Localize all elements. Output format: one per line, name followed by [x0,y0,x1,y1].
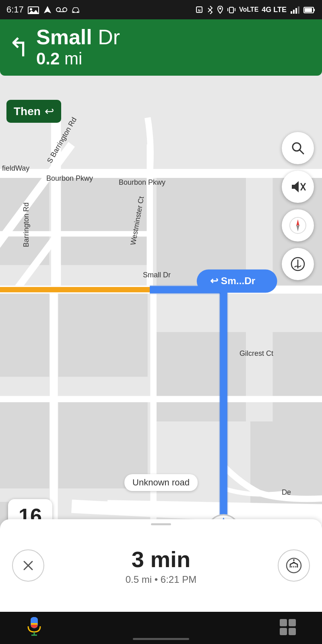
mute-icon [290,180,306,194]
svg-rect-23 [58,176,148,265]
svg-line-60 [300,150,303,154]
mic-button[interactable] [24,615,44,641]
then-turn-arrow: ↩ [45,105,54,118]
svg-rect-32 [273,332,322,421]
cancel-button[interactable] [12,549,44,582]
svg-rect-11 [229,7,233,13]
battery-icon [303,6,316,13]
search-button[interactable] [282,132,314,164]
svg-rect-89 [280,619,287,626]
pin-icon [217,5,224,14]
nav-header: ↰ Small Dr 0.2 mi [0,19,322,76]
cancel-icon [21,558,35,573]
compass-icon [289,216,307,235]
compass-button[interactable] [282,209,314,242]
svg-point-1 [30,8,32,10]
svg-rect-26 [0,399,50,489]
eta-time: 3 min [44,546,278,572]
search-icon [291,141,305,155]
svg-rect-17 [298,6,299,14]
svg-rect-24 [0,287,50,377]
svg-rect-85 [31,618,37,623]
svg-rect-15 [293,10,295,14]
svg-line-38 [107,506,322,511]
then-label: Then [14,105,41,118]
svg-marker-75 [293,559,295,560]
svg-rect-19 [305,8,312,12]
location-arrow-icon [43,5,52,14]
car-icon [71,6,80,13]
voicemail-icon [56,6,67,13]
signal-icon [290,6,300,14]
nav-distance: 0.2 mi [36,49,314,68]
add-note-icon [290,256,306,272]
svg-rect-92 [289,628,296,635]
svg-rect-31 [157,332,246,421]
nfc-icon: N [195,5,204,14]
mic-icon [24,615,44,639]
status-bar: 6:17 N VoLTE 4G LTE [0,0,322,19]
status-time: 6:17 [6,4,24,15]
apps-button[interactable] [278,617,298,639]
svg-text:N: N [198,8,201,12]
svg-rect-14 [291,11,292,14]
street-name: Small Dr [36,27,314,47]
eta-details: 0.5 mi • 6:21 PM [44,574,278,585]
gallery-icon [28,5,39,14]
network-label: VoLTE [239,6,258,13]
add-note-button[interactable] [282,248,314,280]
svg-point-7 [77,11,78,13]
bottom-handle [151,523,171,525]
svg-text:↩ Sm...Dr: ↩ Sm...Dr [210,275,256,286]
routes-button[interactable] [278,549,310,582]
svg-rect-16 [295,8,297,14]
svg-point-4 [63,8,67,12]
bottom-nav [0,612,322,644]
eta-section: 3 min 0.5 mi • 6:21 PM [44,546,278,585]
svg-rect-20 [314,9,315,11]
svg-point-6 [73,11,74,13]
svg-rect-91 [280,628,287,635]
apps-grid-icon [278,617,298,637]
mute-button[interactable] [282,171,314,203]
svg-point-10 [219,8,221,10]
map-area: ↩ Sm...Dr S Barrington Rd Bourbon Pkwy B… [0,19,322,555]
lte-label: 4G LTE [262,6,287,14]
svg-rect-88 [31,625,37,628]
svg-rect-86 [31,623,37,625]
map-buttons [282,132,314,280]
bluetooth-icon [207,5,213,14]
svg-rect-90 [289,619,296,626]
vibrate-icon [227,5,236,14]
home-indicator [133,638,189,640]
bottom-panel: 3 min 0.5 mi • 6:21 PM [0,519,322,612]
svg-point-3 [56,8,60,12]
turn-arrow-icon: ↰ [8,35,30,60]
then-bubble: Then ↩ [6,100,61,123]
unknown-road-label: Unknown road [124,474,198,491]
routes-icon [285,557,302,574]
svg-marker-2 [44,6,51,13]
svg-rect-25 [58,287,148,377]
